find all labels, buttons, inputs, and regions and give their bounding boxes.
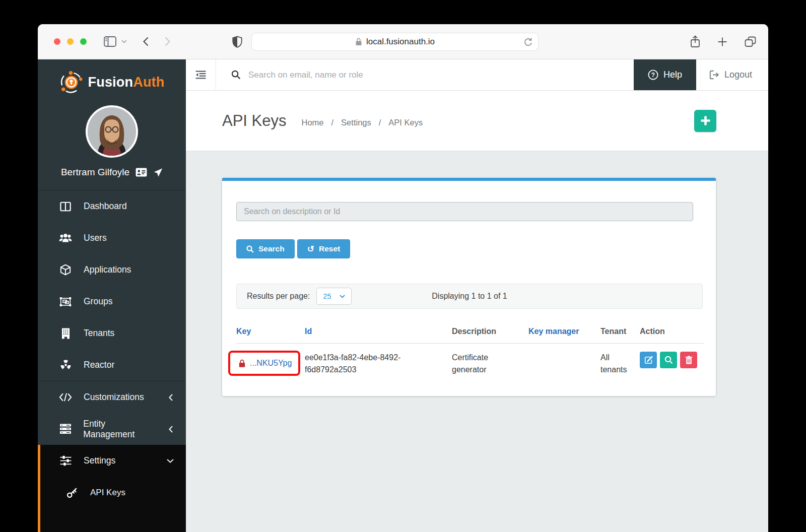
- column-header-tenant: Tenant: [600, 327, 640, 336]
- user-name: Bertram Gilfoyle: [61, 167, 129, 178]
- page-header: API Keys Home / Settings / API Keys: [186, 91, 768, 151]
- sidebar-item-settings[interactable]: Settings: [40, 445, 186, 477]
- avatar: [86, 105, 138, 158]
- zoom-window-button[interactable]: [80, 38, 87, 45]
- id-card-icon[interactable]: [136, 168, 147, 177]
- row-actions: [640, 352, 704, 368]
- search-button[interactable]: Search: [236, 239, 295, 258]
- content-area: Search ↺ Reset Results per page: 25: [186, 151, 768, 532]
- reset-button[interactable]: ↺ Reset: [297, 239, 350, 258]
- column-header-description: Description: [452, 327, 528, 336]
- cube-icon: [59, 264, 72, 276]
- breadcrumb-separator: /: [331, 118, 334, 127]
- sidebar-menu-chevron-icon[interactable]: [121, 40, 127, 43]
- help-button[interactable]: ? Help: [634, 59, 696, 90]
- key-link[interactable]: ...NKU5Ypg: [250, 357, 292, 369]
- add-api-key-button[interactable]: [694, 110, 716, 132]
- refresh-icon[interactable]: [524, 37, 532, 47]
- app-topbar: ? Help Logout: [186, 59, 768, 91]
- sidebar-item-groups[interactable]: Groups: [38, 286, 186, 317]
- browser-window: local.fusionauth.io: [38, 24, 768, 532]
- results-bar: Results per page: 25 Displaying 1 to 1 o…: [236, 284, 703, 309]
- search-icon: [231, 70, 241, 80]
- api-keys-table: Key Id Description Key manager Tenant Ac…: [236, 322, 704, 376]
- api-keys-panel: Search ↺ Reset Results per page: 25: [222, 178, 716, 396]
- key-icon: [65, 487, 79, 498]
- key-id: ee0e1f3a-fa82-4ebe-8492-f6d8792a2503: [305, 352, 452, 376]
- breadcrumb-separator: /: [379, 118, 381, 127]
- table-header-row: Key Id Description Key manager Tenant Ac…: [236, 322, 704, 344]
- view-key-button[interactable]: [660, 352, 677, 368]
- sidebar-item-dashboard[interactable]: Dashboard: [38, 190, 186, 222]
- dashboard-icon: [59, 202, 72, 212]
- new-tab-icon[interactable]: [717, 37, 727, 47]
- sidebar-item-entity-management[interactable]: Entity Management: [38, 413, 186, 445]
- delete-key-button[interactable]: [680, 352, 697, 368]
- results-per-page-label: Results per page:: [247, 292, 310, 301]
- collapse-sidebar-icon[interactable]: [186, 59, 216, 90]
- column-header-action: Action: [640, 327, 704, 336]
- users-icon: [59, 233, 72, 243]
- sidebar-item-label: Dashboard: [84, 201, 127, 212]
- logo-fusion-text: Fusion: [88, 75, 133, 90]
- edit-icon: [644, 356, 653, 364]
- tab-overview-icon[interactable]: [745, 36, 756, 47]
- browser-toolbar: local.fusionauth.io: [38, 24, 768, 59]
- url-text: local.fusionauth.io: [366, 37, 435, 47]
- sidebar-item-customizations[interactable]: Customizations: [38, 381, 186, 413]
- edit-key-button[interactable]: [640, 352, 657, 368]
- chevron-down-icon: [167, 459, 174, 463]
- sidebar-item-reactor[interactable]: Reactor: [38, 349, 186, 381]
- chevron-left-icon: [169, 394, 173, 401]
- sidebar-item-label: Groups: [84, 296, 112, 307]
- sidebar-header: FusionAuth: [38, 59, 186, 190]
- logout-label: Logout: [724, 70, 752, 80]
- sidebar-item-api-keys[interactable]: API Keys: [40, 477, 186, 508]
- breadcrumb-settings[interactable]: Settings: [341, 118, 371, 127]
- undo-icon: ↺: [307, 245, 314, 253]
- sidebar-item-label: Users: [84, 233, 107, 243]
- sidebar-item-tenants[interactable]: Tenants: [38, 317, 186, 349]
- share-icon[interactable]: [690, 35, 700, 48]
- logout-button[interactable]: Logout: [696, 59, 765, 90]
- search-icon: [664, 356, 673, 364]
- sidebar-item-label: Tenants: [84, 328, 114, 339]
- sidebar-item-users[interactable]: Users: [38, 222, 186, 254]
- send-icon[interactable]: [153, 168, 163, 177]
- api-key-search-input[interactable]: [236, 202, 693, 221]
- close-window-button[interactable]: [54, 38, 60, 45]
- breadcrumb-home[interactable]: Home: [302, 118, 324, 127]
- sidebar-item-applications[interactable]: Applications: [38, 254, 186, 286]
- results-per-page-select[interactable]: 25: [316, 288, 351, 305]
- help-label: Help: [663, 70, 682, 80]
- object-group-icon: [59, 297, 72, 307]
- search-icon: [246, 245, 254, 253]
- column-header-key-manager[interactable]: Key manager: [528, 327, 600, 336]
- sidebar: FusionAuth: [38, 59, 186, 532]
- sidebar-item-label: API Keys: [90, 488, 125, 498]
- sidebar-settings-section: Settings API Keys: [38, 445, 186, 532]
- svg-text:?: ?: [651, 72, 655, 79]
- window-controls: [54, 38, 87, 45]
- address-bar[interactable]: local.fusionauth.io: [251, 33, 539, 51]
- minimize-window-button[interactable]: [67, 38, 74, 45]
- global-search[interactable]: [216, 59, 634, 90]
- privacy-shield-icon[interactable]: [232, 35, 243, 48]
- sidebar-item-label: Customizations: [84, 392, 144, 403]
- plus-icon: [701, 116, 710, 125]
- sidebar-item-label: Applications: [84, 264, 131, 275]
- column-header-id[interactable]: Id: [305, 327, 452, 336]
- column-header-key[interactable]: Key: [236, 327, 305, 336]
- global-search-input[interactable]: [248, 70, 490, 80]
- radiation-icon: [59, 359, 72, 371]
- back-button[interactable]: [143, 37, 149, 46]
- sidebar-item-label: Reactor: [84, 360, 114, 370]
- fusionauth-logo: FusionAuth: [38, 71, 186, 94]
- server-icon: [59, 424, 72, 434]
- forward-button[interactable]: [165, 37, 170, 46]
- question-circle-icon: ?: [648, 70, 658, 80]
- key-annotation-box: ...NKU5Ypg: [228, 351, 300, 376]
- sidebar-toggle-icon[interactable]: [104, 36, 116, 47]
- sidebar-item-label: Settings: [84, 455, 115, 466]
- chevron-left-icon: [169, 426, 173, 433]
